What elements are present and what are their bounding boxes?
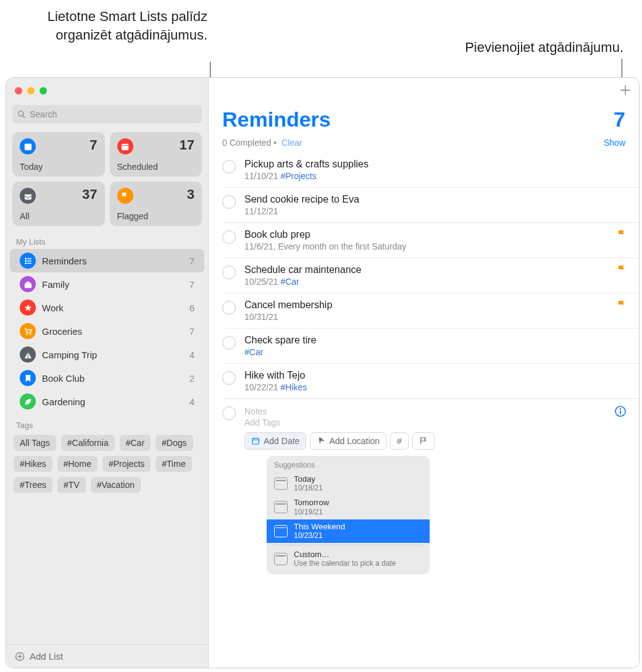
tag-projects[interactable]: #Projects xyxy=(102,456,151,472)
main-panel: Reminders 7 0 Completed • Clear Show Pic… xyxy=(209,78,639,668)
svg-rect-1 xyxy=(24,143,31,145)
plus-icon xyxy=(619,84,632,96)
tag-car[interactable]: #Car xyxy=(120,435,151,451)
add-tags-placeholder[interactable]: Add Tags xyxy=(244,418,625,427)
complete-checkbox[interactable] xyxy=(222,230,236,244)
notes-placeholder[interactable]: Notes xyxy=(244,406,625,416)
suggestion-date: 10/18/21 xyxy=(294,484,323,492)
tag-hikes[interactable]: #Hikes xyxy=(14,456,52,472)
suggestion-thisweekend[interactable]: This Weekend10/23/21 xyxy=(267,519,430,543)
reminder-row[interactable]: Hike with Tejo10/22/21 #Hikes xyxy=(222,364,639,399)
list-name: Family xyxy=(42,279,183,290)
reminder-subtitle: #Car xyxy=(244,347,625,357)
svg-point-4 xyxy=(25,260,27,262)
sidebar-list-gardening[interactable]: Gardening4 xyxy=(10,390,204,413)
add-location-button[interactable]: Add Location xyxy=(310,432,386,450)
complete-checkbox[interactable] xyxy=(222,371,236,385)
suggestion-tomorrow[interactable]: Tomorrow10/19/21 xyxy=(267,495,430,519)
calendar-icon xyxy=(274,477,288,490)
reminder-subtitle: 11/6/21, Every month on the first Saturd… xyxy=(244,242,625,251)
info-button[interactable] xyxy=(614,405,627,419)
calendar-icon xyxy=(274,501,288,513)
tag-tv[interactable]: #TV xyxy=(57,477,86,493)
sidebar-list-family[interactable]: Family7 xyxy=(10,272,204,296)
reminder-row[interactable]: Send cookie recipe to Eva11/12/21 xyxy=(222,188,639,223)
reminder-subtitle: 10/22/21 #Hikes xyxy=(244,382,625,392)
add-list-button[interactable]: Add List xyxy=(6,644,208,668)
tag-vacation[interactable]: #Vacation xyxy=(91,477,141,493)
complete-checkbox[interactable] xyxy=(222,195,236,209)
reminder-title: Hike with Tejo xyxy=(244,370,625,381)
add-location-label: Add Location xyxy=(329,436,380,446)
list-name: Work xyxy=(42,303,183,313)
add-date-label: Add Date xyxy=(264,436,299,446)
sidebar-list-camping-trip[interactable]: Camping Trip4 xyxy=(10,343,204,366)
suggestion-label: Tomorrow xyxy=(294,498,329,507)
cart-icon xyxy=(20,323,36,339)
add-date-button[interactable]: Add Date xyxy=(244,432,306,450)
search-input[interactable]: Search xyxy=(12,105,202,124)
close-icon[interactable] xyxy=(15,87,22,94)
smart-label: Flagged xyxy=(117,211,149,221)
minimize-icon[interactable] xyxy=(27,87,35,94)
list-count: 7 xyxy=(190,256,194,266)
tag-dogs[interactable]: #Dogs xyxy=(156,435,193,451)
new-reminder-row[interactable]: NotesAdd TagsAdd DateAdd Location#Sugges… xyxy=(222,399,639,581)
sidebar-list-reminders[interactable]: Reminders7 xyxy=(10,249,204,272)
complete-checkbox[interactable] xyxy=(222,406,236,420)
complete-checkbox[interactable] xyxy=(222,336,236,350)
plus-circle-icon xyxy=(15,652,25,662)
list-count: 7 xyxy=(190,326,194,337)
add-tag-button[interactable]: # xyxy=(390,432,409,450)
reminder-row[interactable]: Check spare tire#Car xyxy=(222,329,639,364)
show-button[interactable]: Show xyxy=(604,138,625,148)
complete-checkbox[interactable] xyxy=(222,160,236,174)
smart-all[interactable]: 37All xyxy=(12,182,105,226)
sidebar-list-book-club[interactable]: Book Club2 xyxy=(10,366,204,390)
suggestion-label: Today xyxy=(294,475,323,484)
list-name: Groceries xyxy=(42,326,183,337)
tag-time[interactable]: #Time xyxy=(156,456,191,472)
tag-trees[interactable]: #Trees xyxy=(14,477,52,493)
suggestion-date: Use the calendar to pick a date xyxy=(294,559,396,568)
reminder-subtitle: 10/25/21 #Car xyxy=(244,277,625,287)
sidebar-list-groceries[interactable]: Groceries7 xyxy=(10,319,204,343)
fullscreen-icon[interactable] xyxy=(40,87,47,94)
reminders-list: Pickup arts & crafts supplies11/10/21 #P… xyxy=(209,153,639,581)
list-count: 4 xyxy=(190,397,194,407)
smart-count: 17 xyxy=(180,137,194,153)
reminder-title: Send cookie recipe to Eva xyxy=(244,194,625,205)
leaf-icon xyxy=(20,393,36,410)
suggestion-today[interactable]: Today10/18/21 xyxy=(267,472,430,495)
reminder-title: Check spare tire xyxy=(244,335,625,346)
clear-button[interactable]: Clear xyxy=(281,138,302,148)
add-flag-button[interactable] xyxy=(412,432,435,450)
callout-add: Pievienojiet atgādinājumu. xyxy=(377,38,623,57)
suggestion-custom[interactable]: Custom…Use the calendar to pick a date xyxy=(267,547,430,571)
list-name: Camping Trip xyxy=(42,350,183,360)
list-count: 2 xyxy=(190,373,194,384)
smart-scheduled[interactable]: 17Scheduled xyxy=(110,132,202,177)
reminder-row[interactable]: Pickup arts & crafts supplies11/10/21 #P… xyxy=(222,153,639,188)
calendar-icon xyxy=(20,138,36,154)
reminder-row[interactable]: Schedule car maintenance10/25/21 #Car xyxy=(222,258,639,293)
reminder-title: Pickup arts & crafts supplies xyxy=(244,159,625,170)
smart-label: All xyxy=(20,211,30,221)
tag-california[interactable]: #California xyxy=(61,435,115,451)
smart-count: 37 xyxy=(82,187,97,203)
reminder-row[interactable]: Book club prep11/6/21, Every month on th… xyxy=(222,223,639,258)
add-reminder-button[interactable] xyxy=(619,84,632,100)
reminder-subtitle: 11/10/21 #Projects xyxy=(244,171,625,181)
home-icon xyxy=(20,276,36,292)
complete-checkbox[interactable] xyxy=(222,266,236,279)
reminder-row[interactable]: Cancel membership10/31/21 xyxy=(222,293,639,329)
window-controls xyxy=(6,78,208,96)
tag-alltags[interactable]: All Tags xyxy=(14,435,56,451)
complete-checkbox[interactable] xyxy=(222,301,236,314)
reminder-subtitle: 10/31/21 xyxy=(244,312,625,322)
smart-today[interactable]: 7Today xyxy=(12,132,105,177)
smart-flagged[interactable]: 3Flagged xyxy=(110,182,202,226)
list-icon xyxy=(20,253,36,269)
sidebar-list-work[interactable]: Work6 xyxy=(10,296,204,319)
tag-home[interactable]: #Home xyxy=(57,456,98,472)
